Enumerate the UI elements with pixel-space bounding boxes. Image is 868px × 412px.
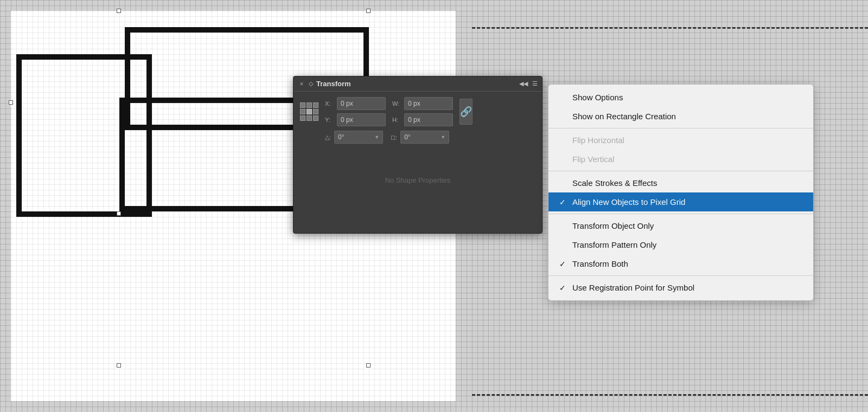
shear-label: ◻:: [391, 134, 397, 141]
transform-origin-grid[interactable]: [300, 102, 318, 121]
menu-item-flip-horizontal: Flip Horizontal: [548, 131, 813, 150]
selection-handle-left: [9, 100, 13, 105]
panel-header-left: × ◇ Transform: [298, 80, 351, 88]
menu-label-transform-pattern: Transform Pattern Only: [572, 240, 656, 249]
x-label: X:: [325, 100, 334, 107]
menu-label-transform-both: Transform Both: [572, 259, 628, 268]
link-icon: 🔗: [460, 106, 472, 118]
dashed-line-bottom: [472, 394, 868, 396]
h-field-row: H:: [392, 113, 453, 126]
rotate-select[interactable]: 0° ▼: [334, 131, 383, 144]
y-label: Y:: [325, 117, 334, 123]
link-proportions-button[interactable]: 🔗: [459, 99, 473, 125]
menu-check-transform-both: ✓: [559, 260, 568, 268]
panel-body: X: Y: W: H:: [293, 92, 542, 233]
selection-handle-top-right: [366, 9, 371, 13]
menu-item-flip-vertical: Flip Vertical: [548, 150, 813, 169]
menu-separator: [548, 275, 813, 276]
menu-label-align-pixel: Align New Objects to Pixel Grid: [572, 197, 685, 207]
menu-label-flip-horizontal: Flip Horizontal: [572, 136, 624, 145]
rotate-label: △:: [325, 134, 331, 141]
x-field-row: X:: [325, 97, 386, 110]
rotate-arrow: ▼: [374, 134, 379, 140]
menu-item-transform-object[interactable]: Transform Object Only: [548, 216, 813, 235]
close-button[interactable]: ×: [298, 80, 305, 88]
transform-panel: × ◇ Transform ◀◀ ☰: [293, 76, 542, 234]
menu-label-scale-strokes: Scale Strokes & Effects: [572, 178, 657, 188]
h-label: H:: [392, 117, 401, 123]
w-field-row: W:: [392, 97, 453, 110]
menu-item-use-registration[interactable]: ✓Use Registration Point for Symbol: [548, 278, 813, 297]
menu-label-show-options: Show Options: [572, 93, 623, 102]
selection-handle-bottom-mid: [117, 211, 121, 216]
menu-check-use-registration: ✓: [559, 284, 568, 292]
menu-item-align-pixel[interactable]: ✓Align New Objects to Pixel Grid: [548, 192, 813, 211]
menu-item-scale-strokes[interactable]: Scale Strokes & Effects: [548, 173, 813, 192]
x-input[interactable]: [337, 97, 386, 110]
shear-value: 0°: [404, 133, 441, 141]
dashed-line-top: [472, 27, 868, 29]
context-menu: Show OptionsShow on Rectangle CreationFl…: [548, 84, 814, 301]
transform-icon: ◇: [309, 80, 313, 87]
h-input[interactable]: [404, 113, 453, 126]
menu-item-show-rectangle[interactable]: Show on Rectangle Creation: [548, 107, 813, 126]
rotate-value: 0°: [338, 133, 374, 141]
menu-label-use-registration: Use Registration Point for Symbol: [572, 283, 694, 292]
shear-select[interactable]: 0° ▼: [400, 131, 449, 144]
w-label: W:: [392, 100, 401, 107]
panel-title: Transform: [316, 80, 351, 88]
selection-handle-bottom-corner: [366, 363, 371, 368]
menu-items-container: Show OptionsShow on Rectangle CreationFl…: [548, 88, 813, 297]
menu-separator: [548, 171, 813, 171]
w-input[interactable]: [404, 97, 453, 110]
menu-label-show-rectangle: Show on Rectangle Creation: [572, 112, 676, 121]
menu-label-flip-vertical: Flip Vertical: [572, 154, 615, 164]
selection-handle-top: [117, 9, 121, 13]
menu-item-transform-both[interactable]: ✓Transform Both: [548, 254, 813, 273]
panel-menu-button[interactable]: ◀◀ ☰: [519, 80, 538, 87]
selection-handle-bottom2: [117, 363, 121, 368]
menu-item-show-options[interactable]: Show Options: [548, 88, 813, 107]
angle-shear-row: △: 0° ▼ ◻: 0° ▼: [325, 131, 535, 144]
y-input[interactable]: [337, 113, 386, 126]
y-field-row: Y:: [325, 113, 386, 126]
menu-label-transform-object: Transform Object Only: [572, 221, 654, 230]
menu-check-align-pixel: ✓: [559, 198, 568, 207]
collapse-icon: ◀◀: [519, 80, 528, 87]
menu-item-transform-pattern[interactable]: Transform Pattern Only: [548, 235, 813, 254]
shear-arrow: ▼: [441, 134, 445, 140]
panel-header: × ◇ Transform ◀◀ ☰: [293, 76, 542, 92]
no-shape-properties: No Shape Properties: [300, 144, 535, 228]
menu-separator: [548, 128, 813, 128]
menu-icon: ☰: [532, 80, 538, 87]
menu-separator: [548, 214, 813, 214]
